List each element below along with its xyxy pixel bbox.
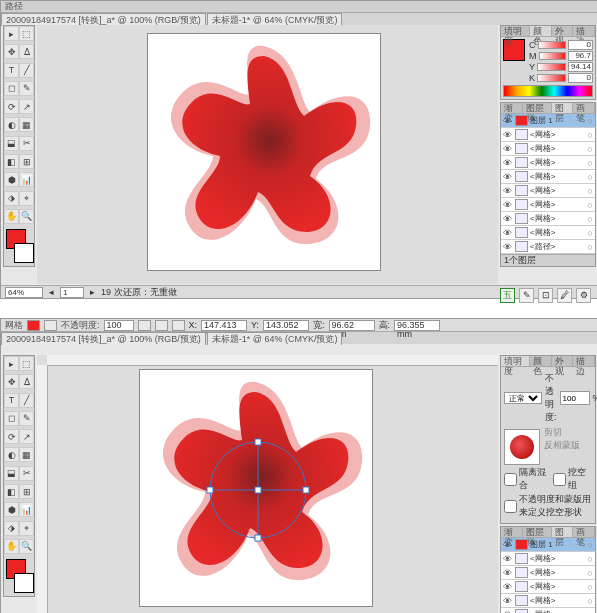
opacity-field[interactable]: 100 <box>104 320 134 331</box>
panel-tab-brush[interactable]: 画笔 <box>573 527 595 537</box>
layer-row[interactable]: 👁<网格>○ <box>501 170 595 184</box>
canvas-stage[interactable] <box>37 355 498 613</box>
layer-row[interactable]: 👁<网格>○ <box>501 226 595 240</box>
layer-row[interactable]: 👁<网格>○ <box>501 552 595 566</box>
slider-y[interactable] <box>537 63 566 71</box>
panel-tab-layers[interactable]: 图层 <box>552 527 574 537</box>
panel-tab-brush[interactable]: 画笔 <box>573 103 595 113</box>
tool-selection[interactable]: ▸ <box>4 356 19 371</box>
value-m[interactable]: 96.7 <box>568 51 593 61</box>
value-k[interactable]: 0 <box>568 73 593 83</box>
value-c[interactable]: 0 <box>568 40 593 50</box>
layer-row[interactable]: 👁<网格>○ <box>501 580 595 594</box>
tool-line[interactable]: ╱ <box>19 393 34 408</box>
layer-row[interactable]: 👁<网格>○ <box>501 608 595 613</box>
cb-isolate[interactable] <box>504 473 517 486</box>
menu-item-path[interactable]: 路径 <box>5 0 23 13</box>
x-field[interactable]: 147.413 mm <box>201 320 247 331</box>
layer-row-top[interactable]: 👁图层 1○ <box>501 114 595 128</box>
layer-row[interactable]: 👁<网格>○ <box>501 212 595 226</box>
tool-mesh[interactable]: ◧ <box>4 484 19 499</box>
tool-blend[interactable]: ⬢ <box>4 502 19 517</box>
y-field[interactable]: 143.052 mm <box>263 320 309 331</box>
tool-scissors[interactable]: ✂ <box>19 466 34 481</box>
panel-tab-opacity[interactable]: 填明度 <box>501 26 530 36</box>
panel-tab-gradient[interactable]: 渐变 <box>501 103 523 113</box>
tool-symbol[interactable]: ⬓ <box>4 466 19 481</box>
panel-tab-stroke[interactable]: 描边 <box>573 356 595 366</box>
layer-row[interactable]: 👁<网格>○ <box>501 156 595 170</box>
stroke-swatch[interactable] <box>14 243 34 263</box>
layer-row[interactable]: 👁<网格>○ <box>501 594 595 608</box>
tool-zoom[interactable]: 🔍 <box>19 539 34 554</box>
tool-lasso[interactable]: ᐃ <box>19 44 34 59</box>
tool-pencil[interactable]: ✎ <box>19 81 34 96</box>
slider-c[interactable] <box>538 41 567 49</box>
panel-tab-transparency[interactable]: 填明度 <box>501 356 530 366</box>
tool-graph[interactable]: 📊 <box>19 172 34 187</box>
layer-row[interactable]: 👁<网格>○ <box>501 566 595 580</box>
style-btn[interactable] <box>138 320 151 331</box>
recolor-btn[interactable] <box>155 320 168 331</box>
panel-tab-color[interactable]: 颜色 <box>530 26 552 36</box>
tool-rotate[interactable]: ⟳ <box>4 429 19 444</box>
canvas-stage[interactable] <box>37 25 498 284</box>
tool-gradient[interactable]: ⊞ <box>19 484 34 499</box>
page-field[interactable]: 1 <box>60 287 84 298</box>
doc-tab-2[interactable]: 未标题-1* @ 64% (CMYK/预览) <box>207 13 343 26</box>
cb-knockout[interactable] <box>553 473 566 486</box>
tool-eyedrop[interactable]: ⌖ <box>19 521 34 536</box>
tray-keyboard-icon[interactable]: ⊡ <box>538 288 553 303</box>
tool-slice[interactable]: ⬗ <box>4 521 19 536</box>
slider-k[interactable] <box>537 74 566 82</box>
tool-blend[interactable]: ⬢ <box>4 172 19 187</box>
tool-rect[interactable]: ◻ <box>4 411 19 426</box>
tool-direct-select[interactable]: ⬚ <box>19 26 34 41</box>
tool-hand[interactable]: ✋ <box>4 209 19 224</box>
layer-row-top[interactable]: 👁图层 1○ <box>501 538 595 552</box>
panel-tab-layerstyle[interactable]: 图层样 <box>523 527 552 537</box>
h-field[interactable]: 96.355 mm <box>394 320 440 331</box>
value-y[interactable]: 94.14 <box>568 62 593 72</box>
tray-pencil-icon[interactable]: ✎ <box>519 288 534 303</box>
tool-warp[interactable]: ◐ <box>4 447 19 462</box>
tool-pencil[interactable]: ✎ <box>19 411 34 426</box>
tool-slice[interactable]: ⬗ <box>4 191 19 206</box>
cb-define-knockout[interactable] <box>504 500 517 513</box>
panel-tab-appearance[interactable]: 外观 <box>552 26 574 36</box>
tool-eyedrop[interactable]: ⌖ <box>19 191 34 206</box>
tool-gradient[interactable]: ⊞ <box>19 154 34 169</box>
tool-wand[interactable]: ✥ <box>4 44 19 59</box>
tool-graph[interactable]: 📊 <box>19 502 34 517</box>
fill-btn[interactable] <box>27 320 40 331</box>
panel-tab-appearance[interactable]: 外观 <box>552 356 574 366</box>
tray-gear-icon[interactable]: ⚙ <box>576 288 591 303</box>
tool-scale[interactable]: ↗ <box>19 99 34 114</box>
tool-zoom[interactable]: 🔍 <box>19 209 34 224</box>
blend-mode-select[interactable]: 正常 <box>504 392 542 404</box>
tool-direct-select[interactable]: ⬚ <box>19 356 34 371</box>
panel-tab-gradient[interactable]: 渐变 <box>501 527 523 537</box>
layer-row[interactable]: 👁<网格>○ <box>501 142 595 156</box>
stroke-swatch[interactable] <box>14 573 34 593</box>
tray-pen-icon[interactable]: 🖉 <box>557 288 572 303</box>
zoom-field[interactable]: 64% <box>5 287 43 298</box>
ime-icon[interactable]: 五 <box>500 288 515 303</box>
tool-rect[interactable]: ◻ <box>4 81 19 96</box>
tool-hand[interactable]: ✋ <box>4 539 19 554</box>
layer-row[interactable]: 👁<网格>○ <box>501 198 595 212</box>
tool-line[interactable]: ╱ <box>19 63 34 78</box>
tool-scissors[interactable]: ✂ <box>19 136 34 151</box>
panel-tab-stroke[interactable]: 描边 <box>573 26 595 36</box>
tool-free-transform[interactable]: ▦ <box>19 117 34 132</box>
tool-scale[interactable]: ↗ <box>19 429 34 444</box>
stroke-btn[interactable] <box>44 320 57 331</box>
mask-thumbnail[interactable] <box>504 429 540 465</box>
tool-rotate[interactable]: ⟳ <box>4 99 19 114</box>
tool-lasso[interactable]: ᐃ <box>19 374 34 389</box>
tool-free-transform[interactable]: ▦ <box>19 447 34 462</box>
layer-row[interactable]: 👁<路径>○ <box>501 240 595 254</box>
tool-mesh[interactable]: ◧ <box>4 154 19 169</box>
tool-symbol[interactable]: ⬓ <box>4 136 19 151</box>
slider-m[interactable] <box>539 52 567 60</box>
